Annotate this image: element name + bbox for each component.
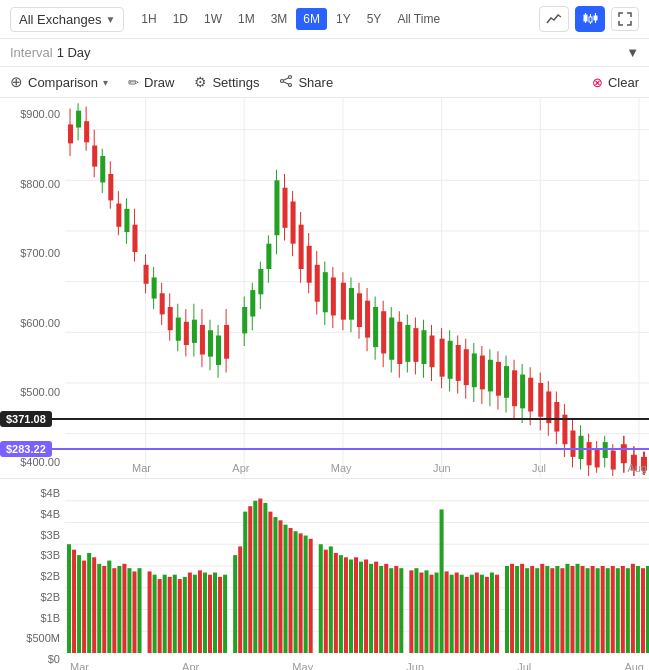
svg-rect-228	[364, 559, 368, 653]
svg-rect-6	[594, 16, 597, 20]
svg-rect-229	[369, 564, 373, 653]
svg-rect-98	[365, 301, 370, 338]
svg-rect-265	[560, 568, 564, 653]
vol-3b-2: $3B	[5, 549, 60, 561]
svg-rect-88	[323, 272, 328, 312]
svg-rect-218	[309, 539, 313, 653]
timeframe-6m[interactable]: 6M	[296, 8, 327, 30]
svg-rect-136	[520, 375, 525, 409]
svg-rect-188	[153, 575, 157, 653]
svg-rect-199	[208, 575, 212, 653]
month-jul: Jul	[532, 462, 546, 476]
vol-month-aug: Aug	[624, 661, 644, 670]
svg-rect-225	[349, 559, 353, 653]
svg-rect-264	[555, 566, 559, 653]
vol-2b-2: $2B	[5, 591, 60, 603]
draw-button[interactable]: ✏ Draw	[128, 75, 174, 90]
svg-rect-0	[584, 15, 587, 21]
svg-rect-126	[480, 356, 485, 390]
comparison-chevron: ▾	[103, 77, 108, 88]
timeframe-1d[interactable]: 1D	[166, 8, 195, 30]
candlestick-chart-btn[interactable]	[575, 6, 605, 32]
svg-rect-243	[445, 571, 449, 653]
month-aug: Aug	[627, 462, 647, 476]
month-jun: Jun	[433, 462, 451, 476]
svg-rect-100	[373, 307, 378, 347]
vol-0: $0	[5, 653, 60, 665]
candlestick-icon	[582, 11, 598, 27]
price-label-400: $400.00	[5, 456, 60, 468]
svg-rect-60	[200, 325, 205, 355]
svg-rect-138	[528, 378, 533, 412]
svg-rect-108	[405, 325, 410, 362]
timeframe-alltime[interactable]: All Time	[390, 8, 447, 30]
svg-rect-244	[450, 575, 454, 653]
timeframe-1m[interactable]: 1M	[231, 8, 262, 30]
clear-button[interactable]: ⊗ Clear	[592, 75, 639, 90]
svg-rect-50	[160, 293, 165, 314]
comparison-button[interactable]: ⊕ Comparison ▾	[10, 73, 108, 91]
svg-rect-276	[616, 568, 620, 653]
svg-rect-273	[601, 566, 605, 653]
svg-rect-216	[299, 533, 303, 653]
svg-rect-254	[505, 566, 509, 653]
interval-label: Interval	[10, 45, 53, 60]
interval-dropdown-arrow[interactable]: ▼	[626, 45, 639, 60]
svg-rect-78	[282, 188, 287, 228]
volume-chart: $4B $4B $3B $3B $2B $2B $1B $500M $0	[0, 478, 649, 670]
share-button[interactable]: Share	[279, 74, 333, 91]
svg-rect-274	[606, 568, 610, 653]
svg-rect-66	[224, 325, 229, 359]
line-chart-btn[interactable]	[539, 6, 569, 32]
svg-rect-36	[100, 156, 105, 182]
vol-500m: $500M	[5, 632, 60, 644]
svg-rect-58	[192, 320, 197, 343]
timeframe-1h[interactable]: 1H	[134, 8, 163, 30]
vol-month-jun: Jun	[406, 661, 424, 670]
svg-point-9	[289, 75, 292, 78]
vol-4b-1: $4B	[5, 487, 60, 499]
svg-rect-220	[324, 550, 328, 653]
svg-rect-245	[455, 573, 459, 653]
svg-rect-185	[132, 571, 136, 653]
svg-rect-240	[429, 575, 433, 653]
svg-rect-258	[525, 568, 529, 653]
svg-rect-186	[137, 568, 141, 653]
svg-rect-272	[596, 568, 600, 653]
clear-label: Clear	[608, 75, 639, 90]
svg-rect-226	[354, 557, 358, 653]
svg-rect-173	[72, 550, 76, 653]
volume-axis: $4B $4B $3B $3B $2B $2B $1B $500M $0	[0, 479, 65, 670]
svg-rect-215	[294, 531, 298, 653]
svg-rect-279	[631, 564, 635, 653]
svg-rect-38	[108, 174, 113, 200]
svg-rect-233	[389, 568, 393, 653]
timeframe-3m[interactable]: 3M	[264, 8, 295, 30]
price-label-800: $800.00	[5, 178, 60, 190]
exchange-selector[interactable]: All Exchanges ▼	[10, 7, 124, 32]
expand-btn[interactable]	[611, 7, 639, 31]
timeframe-1y[interactable]: 1Y	[329, 8, 358, 30]
timeframe-1w[interactable]: 1W	[197, 8, 229, 30]
svg-rect-266	[565, 564, 569, 653]
svg-rect-246	[460, 575, 464, 653]
svg-rect-3	[589, 17, 592, 22]
svg-rect-214	[289, 528, 293, 653]
svg-rect-82	[299, 225, 304, 269]
svg-rect-281	[641, 568, 645, 653]
svg-rect-112	[421, 330, 426, 364]
svg-rect-32	[84, 121, 89, 142]
price-label-500: $500.00	[5, 386, 60, 398]
settings-button[interactable]: ⚙ Settings	[194, 74, 259, 90]
svg-rect-255	[510, 564, 514, 653]
svg-rect-172	[67, 544, 71, 653]
svg-rect-259	[530, 566, 534, 653]
svg-rect-80	[291, 201, 296, 243]
svg-rect-261	[540, 564, 544, 653]
svg-rect-178	[97, 564, 101, 653]
svg-rect-271	[591, 566, 595, 653]
timeframe-5y[interactable]: 5Y	[360, 8, 389, 30]
svg-rect-270	[586, 568, 590, 653]
svg-rect-275	[611, 566, 615, 653]
svg-rect-34	[92, 146, 97, 167]
